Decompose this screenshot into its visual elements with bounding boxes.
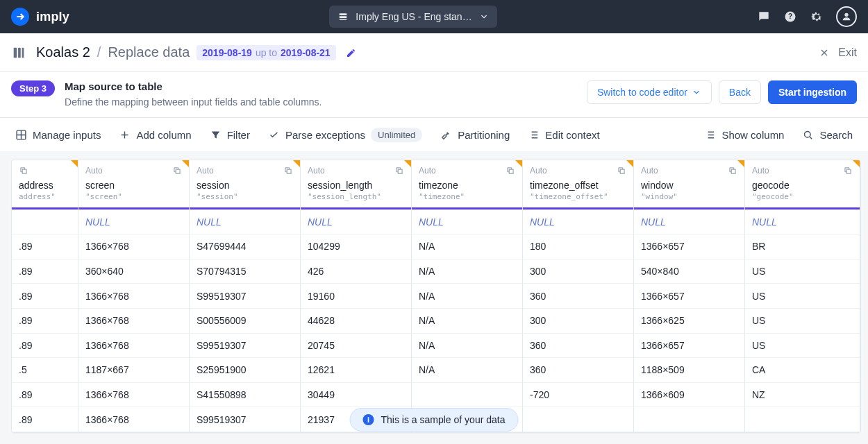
edit-context-button[interactable]: Edit context xyxy=(528,129,599,141)
cell[interactable]: CA xyxy=(745,358,860,383)
switch-to-code-button[interactable]: Switch to code editor xyxy=(587,80,712,104)
cell[interactable]: S41550898 xyxy=(190,383,300,408)
parse-exceptions-button[interactable]: Parse exceptions Unlimited xyxy=(268,128,422,142)
cell[interactable] xyxy=(634,407,744,432)
cell[interactable]: NULL xyxy=(301,210,411,234)
cell[interactable]: 360×640 xyxy=(78,259,189,284)
cell[interactable]: .5 xyxy=(12,358,78,383)
column-header[interactable]: Autosession_length"session_length" xyxy=(301,160,411,210)
cell[interactable]: 1366×625 xyxy=(634,309,744,334)
show-column-button[interactable]: Show column xyxy=(704,129,784,141)
cell[interactable]: S99519307 xyxy=(190,284,300,309)
search-button[interactable]: Search xyxy=(802,129,853,141)
column-header[interactable]: Autotimezone_offset"timezone_offset" xyxy=(523,160,633,210)
cell[interactable]: 300 xyxy=(523,259,633,284)
cell[interactable]: .89 xyxy=(12,383,78,408)
cell[interactable]: 1366×768 xyxy=(78,334,189,359)
popout-icon[interactable] xyxy=(617,166,626,176)
avatar[interactable] xyxy=(836,6,857,27)
cell[interactable]: 1187×667 xyxy=(78,358,189,383)
cell[interactable]: US xyxy=(745,309,860,334)
cell[interactable]: S47699444 xyxy=(190,234,300,259)
popout-icon[interactable] xyxy=(394,166,404,176)
cell[interactable]: .89 xyxy=(12,284,78,309)
cell[interactable] xyxy=(523,407,633,432)
cell[interactable]: 12621 xyxy=(301,358,411,383)
start-ingestion-button[interactable]: Start ingestion xyxy=(768,80,857,104)
cell[interactable]: NULL xyxy=(523,210,633,234)
cell[interactable]: 360 xyxy=(523,284,633,309)
cell[interactable]: 1366×768 xyxy=(78,407,189,432)
cell[interactable]: 1366×768 xyxy=(78,234,189,259)
popout-icon[interactable] xyxy=(172,166,182,176)
cell[interactable]: N/A xyxy=(412,259,522,284)
partitioning-button[interactable]: Partitioning xyxy=(440,129,510,141)
cell[interactable]: 30449 xyxy=(301,383,411,408)
cell[interactable]: N/A xyxy=(412,234,522,259)
column-header[interactable]: Autoscreen"screen" xyxy=(78,160,189,210)
cell[interactable]: 1366×657 xyxy=(634,284,744,309)
column-header[interactable]: addressaddress" xyxy=(12,160,78,210)
cell[interactable]: BR xyxy=(745,234,860,259)
cell[interactable]: US xyxy=(745,334,860,359)
cell[interactable]: 1366×657 xyxy=(634,234,744,259)
cell[interactable]: .89 xyxy=(12,407,78,432)
filter-button[interactable]: Filter xyxy=(210,129,250,141)
cell[interactable]: N/A xyxy=(412,358,522,383)
chat-icon[interactable] xyxy=(757,10,771,24)
pencil-icon[interactable] xyxy=(346,47,357,58)
column-header[interactable]: Autotimezone"timezone" xyxy=(412,160,522,210)
back-button[interactable]: Back xyxy=(719,80,761,104)
cell[interactable]: S99519307 xyxy=(190,407,300,432)
cell[interactable]: 44628 xyxy=(301,309,411,334)
add-column-button[interactable]: Add column xyxy=(119,129,191,141)
cell[interactable]: NZ xyxy=(745,383,860,408)
cell[interactable]: S99519307 xyxy=(190,334,300,359)
cell[interactable] xyxy=(745,407,860,432)
cell[interactable]: US xyxy=(745,259,860,284)
popout-icon[interactable] xyxy=(19,166,28,176)
cell[interactable]: 19160 xyxy=(301,284,411,309)
cell[interactable]: S70794315 xyxy=(190,259,300,284)
cell[interactable] xyxy=(12,210,78,234)
help-icon[interactable]: ? xyxy=(783,10,797,24)
cell[interactable]: S00556009 xyxy=(190,309,300,334)
cell[interactable]: NULL xyxy=(78,210,189,234)
date-range-pill[interactable]: 2019-08-19 up to 2019-08-21 xyxy=(197,45,335,60)
cell[interactable]: 104299 xyxy=(301,234,411,259)
cell[interactable]: US xyxy=(745,284,860,309)
cell[interactable]: 1366×768 xyxy=(78,383,189,408)
popout-icon[interactable] xyxy=(506,166,515,176)
column-header[interactable]: Autowindow"window" xyxy=(634,160,744,210)
manage-inputs-button[interactable]: Manage inputs xyxy=(15,129,101,141)
column-header[interactable]: Autogeocode"geocode" xyxy=(745,160,860,210)
cell[interactable]: N/A xyxy=(412,309,522,334)
cell[interactable]: NULL xyxy=(412,210,522,234)
breadcrumb-root[interactable]: Koalas 2 xyxy=(36,44,90,60)
cell[interactable]: .89 xyxy=(12,259,78,284)
cell[interactable]: 1366×768 xyxy=(78,309,189,334)
cell[interactable]: .89 xyxy=(12,334,78,359)
exit-button[interactable]: Exit xyxy=(819,46,857,59)
cell[interactable]: 1366×609 xyxy=(634,383,744,408)
cell[interactable]: 1366×768 xyxy=(78,284,189,309)
cell[interactable]: .89 xyxy=(12,234,78,259)
popout-icon[interactable] xyxy=(728,166,737,176)
cell[interactable]: 540×840 xyxy=(634,259,744,284)
cell[interactable]: 426 xyxy=(301,259,411,284)
cell[interactable]: N/A xyxy=(412,284,522,309)
cell[interactable]: 1188×509 xyxy=(634,358,744,383)
cell[interactable]: 1366×657 xyxy=(634,334,744,359)
cell[interactable]: 20745 xyxy=(301,334,411,359)
cell[interactable]: NULL xyxy=(190,210,300,234)
column-header[interactable]: Autosession"session" xyxy=(190,160,300,210)
popout-icon[interactable] xyxy=(843,166,853,176)
cell[interactable]: .89 xyxy=(12,309,78,334)
project-picker[interactable]: Imply Eng US - Eng stan… xyxy=(329,6,496,28)
cell[interactable]: 300 xyxy=(523,309,633,334)
cell[interactable]: NULL xyxy=(634,210,744,234)
cell[interactable]: N/A xyxy=(412,334,522,359)
cell[interactable]: NULL xyxy=(745,210,860,234)
cell[interactable] xyxy=(412,383,522,408)
cell[interactable]: -720 xyxy=(523,383,633,408)
